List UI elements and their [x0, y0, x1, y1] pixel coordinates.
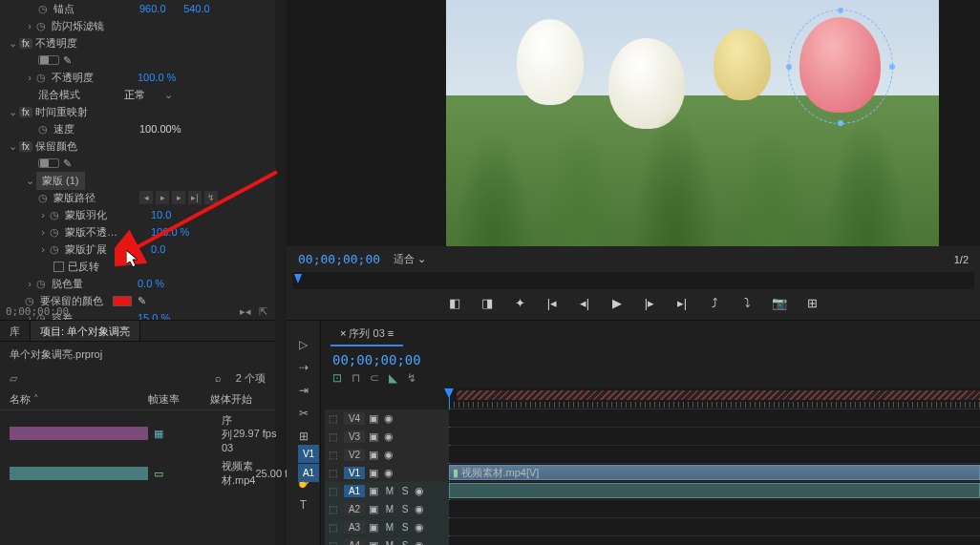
track-options-icon[interactable]: ↯ [204, 191, 218, 204]
stopwatch-icon[interactable] [50, 226, 61, 238]
maskpath-row[interactable]: 蒙版路径 ◂ ▸ ▸ ▸| ↯ [0, 189, 275, 206]
step-back-icon[interactable]: ◂| [577, 295, 592, 310]
source-v1-patch[interactable]: V1 [298, 445, 319, 463]
type-tool-icon[interactable]: T [295, 498, 312, 512]
ellipse-mask-icon[interactable] [38, 158, 59, 168]
fx-badge[interactable]: fx [19, 38, 32, 49]
blend-row[interactable]: 混合模式 正常 ⌄ [0, 86, 275, 103]
track-body[interactable] [449, 446, 980, 463]
decolorize-value[interactable]: 0.0 % [138, 278, 176, 289]
go-out-icon[interactable]: ▸| [674, 295, 690, 310]
twirl-icon[interactable]: ⌄ [8, 37, 17, 50]
anchor-x[interactable]: 960.0 [139, 3, 178, 14]
sequence-tab[interactable]: × 序列 03 ≡ [330, 323, 403, 346]
maskfeather-row[interactable]: › 蒙版羽化 10.0 [0, 206, 275, 223]
selection-tool-icon[interactable]: ▷ [295, 338, 312, 351]
track-body[interactable] [449, 536, 980, 545]
invert-checkbox[interactable] [53, 262, 64, 272]
mask-label[interactable]: 蒙版 (1) [36, 172, 85, 190]
zoom-dropdown[interactable]: 适合 ⌄ [394, 252, 426, 266]
label-color[interactable] [10, 427, 148, 440]
effects-timecode[interactable]: 0;00;00;00 [6, 305, 69, 318]
mute-m[interactable]: M [384, 540, 395, 546]
track-body[interactable] [449, 409, 980, 427]
effects-playback-icon[interactable]: ▸◂ [240, 305, 251, 318]
audio-clip[interactable] [449, 483, 980, 498]
work-area[interactable] [457, 390, 980, 400]
marker-icon[interactable]: ◣ [389, 371, 397, 385]
eye-icon[interactable]: ▣ [369, 430, 380, 443]
monitor-scrubber[interactable] [292, 272, 974, 289]
tolerance-value[interactable]: 15.0 % [138, 312, 176, 320]
mute-icon[interactable]: ▣ [369, 503, 380, 515]
anchor-y[interactable]: 540.0 [183, 3, 222, 14]
monitor-timecode[interactable]: 00;00;00;00 [298, 252, 380, 266]
snap-icon[interactable]: ⊓ [352, 371, 360, 385]
toggle-output-icon[interactable]: ◉ [384, 412, 395, 425]
track-body[interactable] [449, 500, 980, 517]
speed-value[interactable]: 100.00% [139, 123, 181, 135]
track-target-v3[interactable]: V3 [344, 430, 365, 443]
lock-icon[interactable]: ⬚ [329, 486, 340, 496]
track-body[interactable] [449, 518, 980, 535]
voice-icon[interactable]: ◉ [415, 503, 426, 515]
antiflicker-row[interactable]: › 防闪烁滤镜 [0, 17, 275, 34]
pen-mask-icon[interactable]: ✎ [63, 157, 72, 170]
stopwatch-icon[interactable] [36, 20, 48, 31]
extract-icon[interactable]: ⤵ [739, 295, 755, 310]
track-target-a3[interactable]: A3 [344, 521, 365, 534]
track-target-a1[interactable]: A1 [344, 485, 365, 497]
mask-group-row[interactable]: ⌄ 蒙版 (1) [0, 172, 275, 189]
nest-icon[interactable]: ⊡ [332, 371, 342, 385]
track-target-a2[interactable]: A2 [344, 503, 365, 515]
ellipse-mask-icon[interactable] [38, 55, 59, 65]
track-target-a4[interactable]: A4 [344, 539, 365, 546]
twirl-icon[interactable]: › [38, 209, 48, 220]
add-marker-icon[interactable]: ✦ [512, 295, 527, 310]
timeline-timecode[interactable]: 00;00;00;00 [332, 352, 421, 367]
mute-m[interactable]: M [384, 504, 395, 514]
video-preview[interactable] [446, 0, 939, 246]
col-name[interactable]: 名称 ˄ [10, 392, 148, 407]
track-body[interactable]: ▮ 视频素材.mp4[V] [449, 464, 980, 481]
settings-icon[interactable]: ⊞ [804, 295, 820, 310]
lock-icon[interactable]: ⬚ [329, 540, 340, 546]
razor-tool-icon[interactable]: ✂ [295, 407, 312, 420]
filter-icon[interactable]: ▱ [10, 372, 17, 385]
slip-tool-icon[interactable]: ⊞ [295, 430, 312, 443]
opacity-effect-row[interactable]: ⌄ fx 不透明度 [0, 34, 275, 52]
opacity-row[interactable]: › 不透明度 100.0 % [0, 69, 275, 86]
mute-m[interactable]: M [384, 522, 395, 533]
stopwatch-icon[interactable] [50, 243, 61, 255]
timeremap-row[interactable]: ⌄ fx 时间重映射 [0, 103, 275, 120]
list-item[interactable]: ▭视频素材.mp4 25.00 fps 00:01:35:03 [0, 456, 275, 491]
tab-project[interactable]: 项目: 单个对象调亮 [31, 321, 140, 341]
track-target-v4[interactable]: V4 [344, 412, 365, 425]
stopwatch-icon[interactable] [38, 123, 50, 135]
stopwatch-icon[interactable] [38, 3, 50, 14]
track-target-v1[interactable]: V1 [344, 467, 365, 479]
search-icon[interactable]: ⌕ [215, 372, 228, 386]
source-a1-patch[interactable]: A1 [298, 464, 319, 482]
maskopacity-value[interactable]: 100.0 % [151, 226, 189, 238]
lock-icon[interactable]: ⬚ [329, 431, 340, 442]
twirl-icon[interactable]: ⌄ [25, 175, 34, 187]
voice-icon[interactable]: ◉ [415, 539, 426, 546]
maskexpand-row[interactable]: › 蒙版扩展 0.0 [0, 241, 275, 258]
col-start[interactable]: 媒体开始 [210, 392, 252, 407]
solo-s[interactable]: S [399, 522, 411, 533]
label-color[interactable] [10, 467, 148, 480]
track-back-icon[interactable]: ◂ [139, 191, 153, 204]
maskexpand-value[interactable]: 0.0 [151, 243, 189, 255]
effects-export-icon[interactable]: ⇱ [259, 305, 267, 318]
eye-icon[interactable]: ▣ [369, 449, 380, 461]
lift-icon[interactable]: ⤴ [707, 295, 722, 310]
eye-icon[interactable]: ▣ [369, 467, 380, 479]
track-body[interactable] [449, 482, 980, 499]
maskinvert-row[interactable]: 已反转 [0, 258, 275, 275]
anchor-point-row[interactable]: 锚点 960.0 540.0 [0, 0, 275, 17]
mute-icon[interactable]: ▣ [369, 521, 380, 534]
stopwatch-icon[interactable] [36, 278, 48, 289]
track-fwd-icon[interactable]: ▸ [172, 191, 185, 204]
monitor-ratio[interactable]: 1/2 [954, 254, 969, 265]
